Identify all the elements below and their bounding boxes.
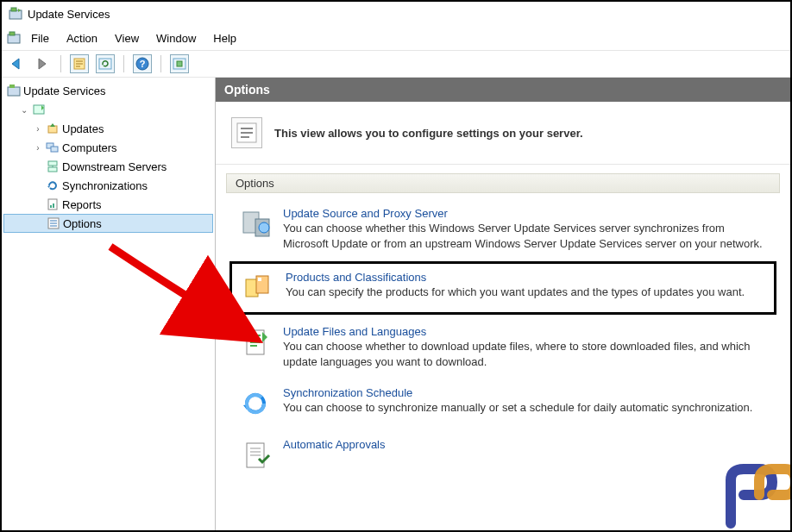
- intro-row: This view allows you to configure settin…: [216, 102, 790, 165]
- expand-icon[interactable]: ›: [33, 124, 43, 134]
- menu-action[interactable]: Action: [60, 29, 104, 47]
- tree-root[interactable]: Update Services: [3, 81, 213, 100]
- watermark-logo: [718, 459, 792, 532]
- tree-updates[interactable]: › Updates: [3, 119, 213, 138]
- section-header: Options: [226, 173, 780, 193]
- option-desc: You can choose whether this Windows Serv…: [283, 221, 768, 251]
- tree-updates-label: Updates: [62, 122, 104, 135]
- titlebar: Update Services: [2, 2, 790, 26]
- menu-window[interactable]: Window: [149, 29, 203, 47]
- option-desc: You can specify the products for which y…: [286, 285, 765, 300]
- forward-button[interactable]: [33, 54, 52, 73]
- options-icon: [47, 216, 60, 230]
- schedule-icon: [238, 386, 273, 421]
- menubar: File Action View Window Help: [2, 26, 790, 50]
- tree-reports[interactable]: Reports: [3, 195, 213, 214]
- services-icon: [7, 84, 21, 97]
- sync-icon: [46, 178, 60, 192]
- menu-file[interactable]: File: [24, 29, 56, 47]
- tree-computers-label: Computers: [62, 141, 117, 154]
- nav-tree[interactable]: Update Services ⌄ ›: [3, 81, 213, 233]
- back-button[interactable]: [7, 54, 26, 73]
- svg-rect-16: [48, 161, 57, 166]
- approvals-icon: [238, 438, 273, 473]
- option-sync-schedule[interactable]: Synchronization Schedule You can choose …: [229, 379, 776, 428]
- tree-options[interactable]: Options: [3, 214, 213, 233]
- app-icon: [9, 7, 22, 21]
- tree-pane: Update Services ⌄ ›: [2, 78, 216, 530]
- toolbar-separator: [60, 55, 61, 72]
- option-update-files[interactable]: Update Files and Languages You can choos…: [229, 318, 776, 376]
- computers-icon: [46, 141, 60, 154]
- main-pane: Options This view allows you to configur…: [216, 78, 790, 530]
- option-products-classifications[interactable]: Products and Classifications You can spe…: [229, 261, 776, 315]
- tree-sync-label: Synchronizations: [62, 179, 148, 192]
- svg-rect-3: [9, 32, 15, 35]
- svg-rect-17: [48, 167, 57, 172]
- svg-rect-11: [9, 84, 15, 88]
- tree-root-label: Update Services: [23, 84, 105, 97]
- tree-downstream-label: Downstream Servers: [62, 160, 167, 173]
- refresh-button[interactable]: [96, 54, 115, 73]
- content: Update Services ⌄ ›: [2, 78, 790, 530]
- downstream-icon: [46, 160, 60, 173]
- products-icon: [241, 271, 275, 305]
- toolbar: ?: [2, 50, 790, 78]
- help-button[interactable]: ?: [133, 54, 152, 73]
- toolbar-separator: [160, 55, 161, 72]
- option-desc: You can choose to synchronize manually o…: [283, 400, 768, 416]
- panel-body[interactable]: This view allows you to configure settin…: [216, 102, 790, 529]
- svg-rect-1: [11, 8, 16, 11]
- tree-options-label: Options: [63, 217, 102, 230]
- console-button[interactable]: [170, 54, 189, 73]
- option-automatic-approvals[interactable]: Automatic Approvals: [229, 431, 776, 479]
- updates-icon: [46, 122, 60, 135]
- expand-icon[interactable]: ›: [33, 143, 43, 153]
- server-proxy-icon: [238, 207, 273, 241]
- panel-title: Options: [216, 78, 790, 102]
- svg-rect-13: [48, 126, 57, 133]
- option-title: Update Source and Proxy Server: [283, 207, 768, 220]
- svg-rect-19: [50, 205, 52, 208]
- intro-text: This view allows you to configure settin…: [274, 127, 583, 140]
- collapse-icon[interactable]: ⌄: [19, 105, 29, 115]
- svg-point-25: [259, 222, 269, 233]
- menu-view[interactable]: View: [108, 29, 146, 47]
- svg-rect-5: [99, 59, 111, 69]
- svg-text:?: ?: [140, 59, 146, 69]
- reports-icon: [46, 197, 60, 211]
- tree-downstream[interactable]: Downstream Servers: [3, 157, 213, 176]
- option-update-source[interactable]: Update Source and Proxy Server You can c…: [229, 200, 776, 258]
- properties-button[interactable]: [70, 54, 89, 73]
- tree-reports-label: Reports: [62, 198, 102, 211]
- window-title: Update Services: [28, 8, 110, 21]
- svg-rect-28: [258, 278, 261, 281]
- app-icon-small: [7, 31, 21, 45]
- svg-rect-15: [51, 147, 58, 152]
- tree-sync[interactable]: Synchronizations: [3, 176, 213, 195]
- option-title: Automatic Approvals: [283, 438, 768, 451]
- files-icon: [238, 325, 273, 360]
- svg-rect-10: [8, 87, 20, 96]
- server-icon: [32, 103, 46, 116]
- svg-rect-20: [53, 203, 54, 208]
- tree-server[interactable]: ⌄: [3, 100, 213, 119]
- tree-computers[interactable]: › Computers: [3, 138, 213, 157]
- svg-rect-9: [177, 61, 182, 66]
- option-desc: You can choose whether to download updat…: [283, 339, 768, 369]
- menu-help[interactable]: Help: [206, 29, 243, 47]
- option-title: Synchronization Schedule: [283, 386, 768, 399]
- option-title: Products and Classifications: [286, 271, 765, 284]
- intro-icon: [231, 117, 262, 148]
- option-title: Update Files and Languages: [283, 325, 768, 338]
- toolbar-separator: [123, 55, 124, 72]
